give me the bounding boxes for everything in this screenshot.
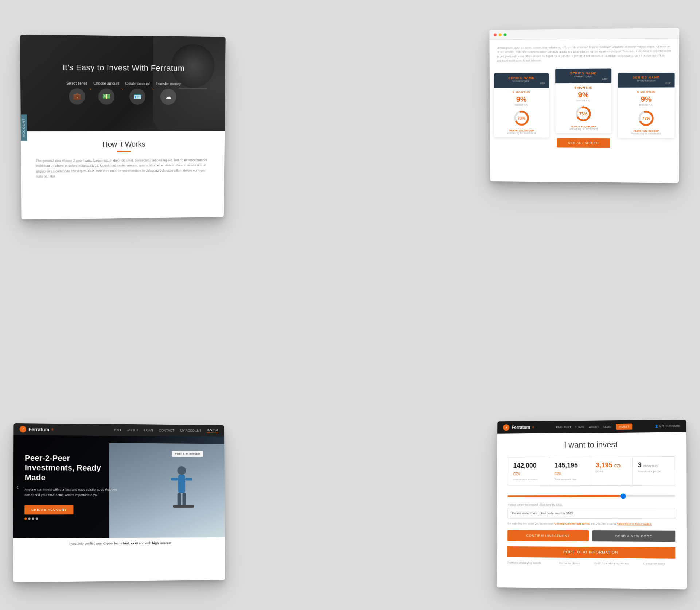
- series-interest-2: 9%: [559, 91, 608, 99]
- lorem-text: Lorem ipsum dolor sit amet, consectetur …: [497, 45, 672, 63]
- section-body-text: The general idea of peer-2-peer loans. L…: [36, 158, 210, 179]
- carousel-dot-1[interactable]: [24, 517, 27, 520]
- code-input[interactable]: [508, 508, 675, 519]
- invest-total-value: 145,195 CZK: [554, 462, 585, 477]
- slider-row: [508, 491, 675, 498]
- hero-section-bl: ‹ Peer-2-Peer Investments, Ready Made An…: [13, 435, 225, 538]
- top-nav-logo-text: Ferratum: [512, 425, 530, 430]
- nav-link-contact[interactable]: CONTACT: [159, 429, 174, 432]
- arrow-1: ›: [90, 86, 91, 92]
- carousel-dots: [24, 517, 120, 520]
- step-transfer-money: Transfer money ☁: [156, 82, 181, 105]
- step-icon-3: 🪪: [129, 88, 145, 104]
- series-card-1[interactable]: SERIES NAME United Kingdom GBP 9 MONTHS …: [494, 73, 549, 137]
- series-card-2-header: SERIES NAME United Kingdom GBP: [555, 69, 611, 84]
- step-label-4: Transfer money: [156, 82, 181, 86]
- hero-subtext: Anyone can invest with our fast and easy…: [24, 487, 120, 498]
- step-icon-4: ☁: [160, 89, 176, 105]
- steps-row: Select series 💼 › Choose amount 💵 › Crea…: [66, 81, 181, 105]
- see-all-series-button[interactable]: SEE ALL SERIES: [557, 138, 610, 148]
- step-icon-1: 💼: [69, 88, 85, 105]
- invest-amount-label: Investment amount: [513, 478, 544, 481]
- nav-logo-text: Ferratum: [28, 426, 49, 432]
- invest-period-label: Investment period: [638, 470, 670, 473]
- svg-rect-8: [171, 478, 178, 480]
- nav-logo-sup: ®: [51, 428, 53, 431]
- card-series: Lorem ipsum dolor sit amet, consectetur …: [489, 28, 679, 183]
- hero-section: It's Easy to Invest With Ferratum Select…: [20, 35, 225, 131]
- invest-total-currency: CZK: [555, 472, 562, 476]
- series-currency-3: GBP: [622, 82, 671, 84]
- series-card-3-body: 9 MONTHS 9% Interest P.A. 73% 76,000 / 1…: [618, 87, 675, 138]
- portfolio-col-3: Portfolio underlying assets: [591, 561, 633, 565]
- series-remaining-1: Remaining for investment: [498, 132, 545, 134]
- nav-link-invest[interactable]: INVEST: [207, 428, 219, 433]
- top-nav-user: 👤 MR. SURNAME: [655, 424, 680, 428]
- step-create-account: Create account 🪪: [125, 81, 150, 104]
- donut-2: 73%: [574, 105, 592, 123]
- investment-slider[interactable]: [508, 495, 675, 497]
- series-name-2: SERIES NAME: [559, 72, 607, 76]
- nav-link-about[interactable]: ABOUT: [127, 428, 139, 432]
- hero-cta-button[interactable]: CREATE ACCOUNT: [24, 505, 74, 514]
- nav-lang-text: EN: [114, 428, 119, 432]
- snowboarder-figure: [167, 465, 211, 530]
- form-title: I want to invest: [508, 440, 675, 450]
- step-label-3: Create account: [125, 81, 150, 85]
- nav-lang-arrow: ▾: [120, 428, 121, 432]
- svg-rect-9: [185, 478, 192, 481]
- invest-period-value: 3 MONTHS: [638, 461, 670, 469]
- nav-link-myaccount[interactable]: MY ACCOUNT: [180, 429, 202, 432]
- card-invest-form: f Ferratum ® ENGLISH ▾ START ABOUT LOAN …: [497, 420, 687, 589]
- side-account-tab[interactable]: ACCOUNT: [20, 115, 27, 141]
- nav-bar: f Ferratum ® EN ▾ ABOUT LOAN CONTACT MY …: [13, 423, 224, 437]
- send-new-code-button[interactable]: SEND A NEW CODE: [592, 530, 675, 542]
- nav-link-loan[interactable]: LOAN: [144, 428, 153, 432]
- carousel-dot-3[interactable]: [32, 517, 34, 520]
- nav-logo-icon: f: [20, 426, 26, 432]
- arrow-2: ›: [121, 87, 123, 92]
- prev-arrow[interactable]: ‹: [16, 482, 19, 491]
- hero-image-area: Peter is an investor!: [109, 443, 225, 538]
- confirm-investment-button[interactable]: CONFIRM INVESTMENT: [508, 530, 589, 541]
- series-card-2[interactable]: SERIES NAME United Kingdom GBP 9 MONTHS …: [555, 69, 611, 134]
- step-select-series: Select series 💼: [66, 81, 88, 104]
- card-ferratum-hero: f Ferratum ® EN ▾ ABOUT LOAN CONTACT MY …: [13, 423, 225, 582]
- section-title: How it Works: [36, 140, 210, 149]
- top-nav-start[interactable]: START: [575, 425, 584, 428]
- user-name: MR. SURNAME: [659, 424, 680, 428]
- footer-text: Invest into verified peer-2-peer loans f…: [13, 537, 225, 549]
- invest-profit-label: Profit: [596, 470, 627, 473]
- invest-total-label: Total amount due: [554, 478, 585, 481]
- series-currency-2: GBP: [559, 78, 607, 80]
- invest-stat-total: 145,195 CZK Total amount due: [549, 457, 591, 485]
- donut-1: 73%: [513, 109, 530, 127]
- top-nav-loan[interactable]: LOAN: [603, 425, 611, 428]
- main-canvas: It's Easy to Invest With Ferratum Select…: [0, 0, 700, 610]
- invest-profit-currency: CZK: [614, 464, 622, 468]
- carousel-dot-4[interactable]: [36, 517, 38, 520]
- series-name-1: SERIES NAME: [497, 76, 545, 80]
- invest-stat-amount: 142,000 CZK Investment amount: [508, 458, 549, 486]
- series-card-3-header: SERIES NAME United Kingdom GBP: [618, 73, 675, 88]
- top-nav-invest[interactable]: INVEST: [616, 423, 632, 429]
- agreement-link[interactable]: Agreement of Receivables.: [617, 522, 652, 525]
- series-months-3: 9 MONTHS: [622, 90, 671, 94]
- svg-rect-12: [173, 505, 194, 508]
- top-nav-lang: ENGLISH ▾: [556, 425, 571, 429]
- invest-amount-value: 142,000 CZK: [513, 462, 544, 477]
- hero-text-block: Peer-2-Peer Investments, Ready Made Anyo…: [24, 453, 120, 520]
- top-nav-about[interactable]: ABOUT: [589, 425, 599, 428]
- top-nav-links: ENGLISH ▾ START ABOUT LOAN INVEST: [556, 423, 632, 430]
- commercial-terms-link[interactable]: General Commercial Terms: [554, 522, 590, 525]
- nav-lang: EN ▾: [114, 428, 121, 432]
- browser-bar: [489, 28, 679, 40]
- series-card-3[interactable]: SERIES NAME United Kingdom GBP 9 MONTHS …: [618, 73, 675, 138]
- series-cards-row: SERIES NAME United Kingdom GBP 9 MONTHS …: [497, 68, 672, 134]
- series-months-2: 9 MONTHS: [559, 86, 608, 89]
- series-interest-label-2: Interest P.A.: [559, 99, 608, 102]
- carousel-dot-2[interactable]: [28, 517, 30, 520]
- series-interest-1: 9%: [498, 95, 545, 104]
- portfolio-info-bar: PORTFOLIO INFORMATION: [508, 546, 675, 559]
- donut-percent-3: 73%: [642, 116, 650, 120]
